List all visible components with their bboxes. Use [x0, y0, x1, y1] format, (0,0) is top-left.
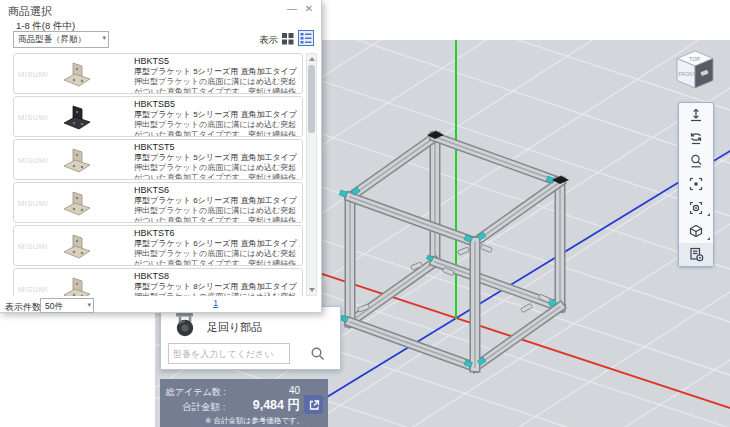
bracket-image	[62, 189, 92, 217]
display-settings-button[interactable]	[679, 243, 713, 266]
sort-select-value: 商品型番（昇順）	[18, 34, 86, 44]
display-mode-label: 表示	[259, 34, 278, 47]
per-page-select[interactable]: 50件 ▾	[40, 298, 94, 313]
total-items-value: 40	[289, 385, 300, 396]
watermark: MISUMI	[18, 156, 48, 165]
product-spec: 厚型ブラケット 6シリーズ用 直角加工タイプ 直角度0.03 1列溝用	[134, 239, 300, 249]
product-spec: 厚型ブラケット 8シリーズ用 直角加工タイプ 直角度0.06 1列溝用	[134, 282, 300, 292]
scroll-down-icon[interactable]	[309, 288, 315, 292]
sort-select[interactable]: 商品型番（昇順） ▾	[13, 31, 109, 48]
total-items-label: 総アイテム数 :	[166, 386, 226, 399]
order-summary-panel: 総アイテム数 : 40 合計金額 : 9,484 円 ※ 合計金額は参考価格です…	[160, 379, 328, 427]
product-spec: 厚型ブラケット 6シリーズ用 直角加工タイプ 直角度0.06 1列溝用	[134, 196, 300, 206]
watermark: MISUMI	[18, 242, 48, 251]
product-code: HBKTST5	[134, 142, 300, 153]
bracket-image	[62, 275, 92, 296]
caster-icon	[171, 311, 199, 339]
product-list-item[interactable]: MISUMI HBKTS5 厚型ブラケット 5シリーズ用 直角加工タイプ 直角度…	[13, 53, 303, 94]
product-thumbnail: MISUMI	[14, 97, 132, 137]
search-button[interactable]	[309, 345, 331, 363]
product-code: HBKTS5	[134, 56, 300, 67]
product-thumbnail: MISUMI	[14, 140, 132, 180]
product-description: 押出型ブラケットの底面に溝にはめ込む突起がついた直角加工タイプです。突起は締結作…	[134, 77, 300, 94]
product-list-item[interactable]: MISUMI HBKTSB5 厚型ブラケット 5シリーズ用 直角加工タイプ 直角…	[13, 96, 303, 137]
product-code: HBKTS8	[134, 271, 300, 282]
watermark: MISUMI	[18, 113, 48, 122]
product-thumbnail: MISUMI	[14, 54, 132, 94]
close-button[interactable]: ✕	[302, 3, 316, 14]
product-spec: 厚型ブラケット 5シリーズ用 直角加工タイプ 直角度0.03 1列溝用	[134, 153, 300, 163]
chevron-down-icon: ▾	[102, 34, 106, 42]
product-code: HBKTST6	[134, 228, 300, 239]
search-icon	[309, 345, 327, 363]
viewcube-top-label: TOP	[689, 56, 701, 62]
orbit-tool-button[interactable]	[679, 126, 713, 149]
pagination-page-1[interactable]: 1	[213, 297, 218, 308]
list-view-button[interactable]	[298, 30, 314, 46]
part-number-search-input[interactable]	[168, 343, 290, 364]
product-description: 押出型ブラケットの底面に溝にはめ込む突起がついた直角加工タイプです。突起は締結作…	[134, 120, 300, 137]
price-note: ※ 合計金額は参考価格です。	[205, 416, 304, 426]
look-at-icon	[688, 200, 704, 216]
total-price-label: 合計金額 :	[182, 401, 225, 414]
bracket-image	[62, 103, 92, 131]
parts-card-label: 足回り部品	[207, 320, 262, 335]
viewcube-front-label: FRONT	[679, 71, 696, 77]
scroll-up-icon[interactable]	[309, 57, 315, 61]
viewport-toolbar	[678, 102, 714, 267]
product-description: 押出型ブラケットの底面に溝にはめ込む突起がついた直角加工タイプです。突起は締結作…	[134, 249, 300, 266]
look-at-button[interactable]	[679, 196, 713, 219]
pan-tool-button[interactable]	[679, 103, 713, 126]
zoom-tool-button[interactable]	[679, 150, 713, 173]
product-code: HBKTSB5	[134, 99, 300, 110]
grid-view-button[interactable]	[281, 32, 294, 45]
product-thumbnail: MISUMI	[14, 226, 132, 266]
fit-view-icon	[688, 176, 704, 192]
bracket-image	[62, 60, 92, 88]
pan-icon	[688, 107, 704, 123]
product-description: 押出型ブラケットの底面に溝にはめ込む突起がついた直角加工タイプです。突起は締結作…	[134, 163, 300, 180]
view-cube-widget[interactable]: TOP FRONT	[668, 44, 722, 98]
minimize-button[interactable]: —	[285, 3, 299, 14]
open-quote-button[interactable]	[304, 395, 323, 414]
product-select-dialog: 商品選択 — ✕ 1-8 件(8 件中) 商品型番（昇順） ▾ 表示 MISUM…	[0, 0, 322, 313]
external-link-icon	[308, 399, 320, 411]
product-list: MISUMI HBKTS5 厚型ブラケット 5シリーズ用 直角加工タイプ 直角度…	[13, 53, 303, 296]
product-spec: 厚型ブラケット 5シリーズ用 直角加工タイプ 直角度0.06 1列溝用	[134, 67, 300, 77]
fit-view-button[interactable]	[679, 173, 713, 196]
product-spec: 厚型ブラケット 5シリーズ用 直角加工タイプ 直角度0.06 1列溝用 黒	[134, 110, 300, 120]
product-description: 押出型ブラケットの底面に溝にはめ込む突起がついた直角加工タイプです。突起は締結作…	[134, 292, 300, 296]
product-list-item[interactable]: MISUMI HBKTST6 厚型ブラケット 6シリーズ用 直角加工タイプ 直角…	[13, 225, 303, 266]
watermark: MISUMI	[18, 285, 48, 294]
product-thumbnail: MISUMI	[14, 269, 132, 296]
product-thumbnail: MISUMI	[14, 183, 132, 223]
orbit-icon	[688, 130, 704, 146]
watermark: MISUMI	[18, 70, 48, 79]
per-page-label: 表示件数	[5, 301, 41, 314]
view-direction-button[interactable]	[679, 219, 713, 242]
list-scrollbar[interactable]	[306, 53, 317, 296]
product-list-item[interactable]: MISUMI HBKTS6 厚型ブラケット 6シリーズ用 直角加工タイプ 直角度…	[13, 182, 303, 223]
product-code: HBKTS6	[134, 185, 300, 196]
product-list-item[interactable]: MISUMI HBKTST5 厚型ブラケット 5シリーズ用 直角加工タイプ 直角…	[13, 139, 303, 180]
scrollbar-thumb[interactable]	[308, 65, 315, 133]
product-list-item[interactable]: MISUMI HBKTS8 厚型ブラケット 8シリーズ用 直角加工タイプ 直角度…	[13, 268, 303, 296]
dialog-title: 商品選択	[8, 4, 52, 19]
product-description: 押出型ブラケットの底面に溝にはめ込む突起がついた直角加工タイプです。突起は締結作…	[134, 206, 300, 223]
view-cube-icon	[688, 223, 704, 239]
zoom-icon	[688, 153, 704, 169]
chevron-down-icon: ▾	[87, 301, 91, 309]
caster-parts-card: 足回り部品	[160, 306, 341, 370]
bracket-image	[62, 146, 92, 174]
total-price-value: 9,484 円	[253, 397, 300, 414]
display-settings-icon	[688, 246, 704, 262]
watermark: MISUMI	[18, 199, 48, 208]
per-page-value: 50件	[45, 301, 63, 311]
bracket-image	[62, 232, 92, 260]
